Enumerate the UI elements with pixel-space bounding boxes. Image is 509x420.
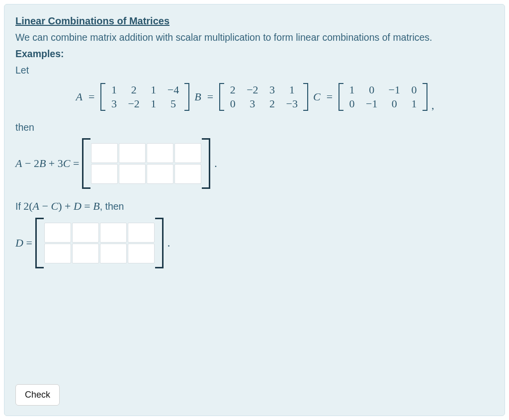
matrix-B-symbol: B bbox=[193, 90, 202, 103]
answer-2-cell-1-1[interactable] bbox=[72, 244, 99, 263]
matrix-C-cell: 0 bbox=[343, 97, 360, 111]
matrix-A-cell: 1 bbox=[105, 83, 122, 97]
answer-matrix-1 bbox=[82, 138, 210, 189]
matrix-definitions: A = 1 2 1 −4 3 −2 1 5 B = bbox=[15, 83, 494, 111]
section-description: We can combine matrix addition with scal… bbox=[15, 32, 494, 43]
answer-1-cell-0-3[interactable] bbox=[174, 143, 201, 163]
matrix-B-cell: 1 bbox=[281, 83, 303, 97]
equals-sign: = bbox=[326, 90, 335, 103]
answer-1-cell-0-1[interactable] bbox=[119, 143, 146, 163]
matrix-B: 2 −2 3 1 0 3 2 −3 bbox=[219, 83, 308, 111]
period: . bbox=[213, 157, 217, 170]
answer-1-cell-0-2[interactable] bbox=[147, 143, 173, 163]
matrix-B-cell: −3 bbox=[281, 97, 303, 111]
expression-2-lhs: D = bbox=[15, 237, 32, 250]
matrix-B-cell: −2 bbox=[241, 83, 263, 97]
check-button[interactable]: Check bbox=[15, 384, 60, 406]
answer-2-cell-1-2[interactable] bbox=[100, 244, 127, 263]
answer-2-cell-1-0[interactable] bbox=[44, 244, 71, 263]
answer-2-cell-0-2[interactable] bbox=[100, 223, 127, 243]
matrix-B-cell: 3 bbox=[241, 97, 263, 111]
section-title: Linear Combinations of Matrices bbox=[15, 15, 494, 27]
matrix-B-cell: 2 bbox=[224, 83, 241, 97]
answer-1-cell-1-1[interactable] bbox=[119, 164, 146, 184]
matrix-A-cell: −2 bbox=[122, 97, 145, 111]
answer-2-cell-1-3[interactable] bbox=[128, 244, 155, 263]
matrix-C-cell: 1 bbox=[343, 83, 360, 97]
then-label: then bbox=[15, 122, 494, 133]
matrix-A-cell: 2 bbox=[122, 83, 145, 97]
matrix-A-cell: 1 bbox=[145, 97, 162, 111]
matrix-B-cell: 3 bbox=[264, 83, 281, 97]
equals-sign: = bbox=[87, 90, 96, 103]
equals-sign: = bbox=[206, 90, 215, 103]
answer-1-cell-0-0[interactable] bbox=[91, 143, 118, 163]
matrix-B-cell: 0 bbox=[224, 97, 241, 111]
matrix-A-cell: 1 bbox=[145, 83, 162, 97]
answer-2-cell-0-3[interactable] bbox=[128, 223, 155, 243]
matrix-A-cell: −4 bbox=[162, 83, 184, 97]
period: . bbox=[167, 237, 170, 250]
matrix-A: 1 2 1 −4 3 −2 1 5 bbox=[100, 83, 189, 111]
matrix-C-cell: 1 bbox=[406, 97, 423, 111]
answer-1-cell-1-2[interactable] bbox=[147, 164, 173, 184]
answer-2-cell-0-0[interactable] bbox=[44, 223, 71, 243]
matrix-A-cell: 3 bbox=[105, 97, 122, 111]
matrix-C-cell: −1 bbox=[360, 97, 383, 111]
matrix-C-cell: 0 bbox=[406, 83, 423, 97]
expression-2: D = . bbox=[15, 218, 494, 268]
answer-2-cell-0-1[interactable] bbox=[72, 223, 99, 243]
matrix-A-cell: 5 bbox=[162, 97, 184, 111]
matrix-C: 1 0 −1 0 0 −1 0 1 bbox=[339, 83, 427, 111]
matrix-B-cell: 2 bbox=[264, 97, 281, 111]
let-label: Let bbox=[15, 65, 494, 76]
matrix-C-cell: 0 bbox=[383, 97, 406, 111]
answer-1-cell-1-3[interactable] bbox=[174, 164, 201, 184]
matrix-C-symbol: C bbox=[312, 90, 322, 103]
expression-1-lhs: A − 2B + 3C = bbox=[15, 157, 79, 170]
trailing-comma: , bbox=[431, 103, 434, 111]
expression-1: A − 2B + 3C = . bbox=[15, 138, 494, 189]
answer-matrix-2 bbox=[35, 218, 164, 268]
matrix-C-cell: −1 bbox=[383, 83, 406, 97]
problem-panel: Linear Combinations of Matrices We can c… bbox=[4, 4, 505, 416]
examples-label: Examples: bbox=[15, 48, 494, 60]
if-line: If 2(A − C) + D = B, then bbox=[15, 200, 494, 213]
answer-1-cell-1-0[interactable] bbox=[91, 164, 118, 184]
matrix-C-cell: 0 bbox=[360, 83, 383, 97]
matrix-A-symbol: A bbox=[75, 90, 84, 103]
